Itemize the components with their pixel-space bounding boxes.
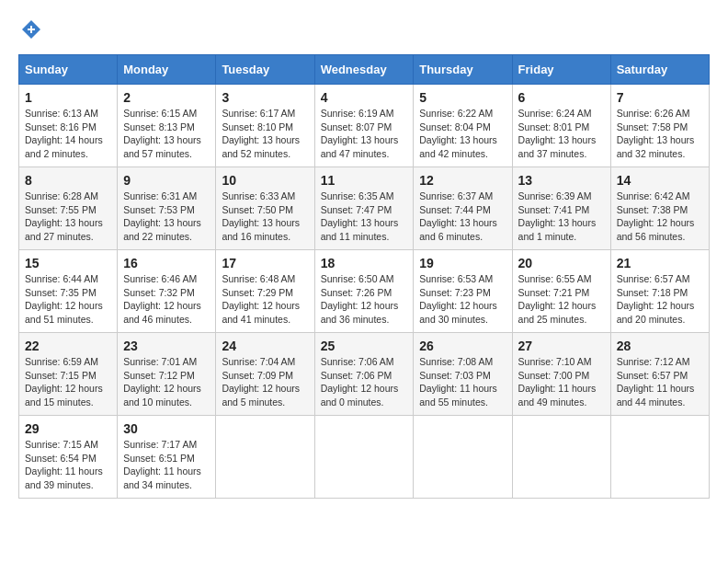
day-number: 17 [222, 256, 308, 270]
day-number: 25 [321, 339, 408, 353]
day-number: 26 [419, 339, 506, 353]
day-info: Sunrise: 6:46 AMSunset: 7:32 PMDaylight:… [123, 273, 201, 325]
day-number: 12 [419, 173, 506, 188]
day-of-week-tuesday: Tuesday [216, 55, 314, 85]
day-number: 20 [518, 256, 605, 270]
day-number: 9 [123, 173, 210, 188]
week-row-4: 22 Sunrise: 6:59 AMSunset: 7:15 PMDaylig… [19, 333, 710, 416]
calendar-cell: 24 Sunrise: 7:04 AMSunset: 7:09 PMDaylig… [216, 333, 314, 416]
day-number: 11 [321, 173, 408, 188]
day-info: Sunrise: 6:57 AMSunset: 7:18 PMDaylight:… [617, 273, 695, 325]
calendar-cell: 26 Sunrise: 7:08 AMSunset: 7:03 PMDaylig… [414, 333, 512, 416]
logo-icon [20, 18, 42, 40]
day-info: Sunrise: 7:08 AMSunset: 7:03 PMDaylight:… [419, 356, 497, 408]
day-number: 24 [222, 339, 308, 353]
day-info: Sunrise: 7:01 AMSunset: 7:12 PMDaylight:… [123, 356, 201, 408]
calendar-cell: 15 Sunrise: 6:44 AMSunset: 7:35 PMDaylig… [19, 250, 118, 333]
calendar-cell: 17 Sunrise: 6:48 AMSunset: 7:29 PMDaylig… [216, 250, 314, 333]
day-info: Sunrise: 7:17 AMSunset: 6:51 PMDaylight:… [123, 439, 201, 490]
day-info: Sunrise: 6:31 AMSunset: 7:53 PMDaylight:… [123, 190, 201, 242]
day-number: 15 [25, 256, 111, 270]
day-info: Sunrise: 6:42 AMSunset: 7:38 PMDaylight:… [617, 190, 695, 242]
day-info: Sunrise: 6:35 AMSunset: 7:47 PMDaylight:… [321, 190, 399, 242]
calendar-cell: 20 Sunrise: 6:55 AMSunset: 7:21 PMDaylig… [512, 250, 610, 333]
day-info: Sunrise: 6:26 AMSunset: 7:58 PMDaylight:… [617, 108, 695, 159]
day-info: Sunrise: 6:48 AMSunset: 7:29 PMDaylight:… [222, 273, 300, 325]
calendar-cell: 29 Sunrise: 7:15 AMSunset: 6:54 PMDaylig… [19, 416, 118, 499]
calendar-cell: 7 Sunrise: 6:26 AMSunset: 7:58 PMDayligh… [610, 85, 709, 167]
day-number: 19 [419, 256, 506, 270]
calendar-cell: 4 Sunrise: 6:19 AMSunset: 8:07 PMDayligh… [314, 85, 414, 167]
day-number: 2 [123, 90, 210, 105]
day-info: Sunrise: 6:44 AMSunset: 7:35 PMDaylight:… [25, 273, 103, 325]
day-info: Sunrise: 7:04 AMSunset: 7:09 PMDaylight:… [222, 356, 300, 408]
day-info: Sunrise: 6:24 AMSunset: 8:01 PMDaylight:… [518, 108, 597, 159]
day-number: 13 [518, 173, 605, 188]
day-info: Sunrise: 7:12 AMSunset: 6:57 PMDaylight:… [617, 356, 695, 408]
day-number: 29 [25, 421, 111, 436]
calendar-cell: 3 Sunrise: 6:17 AMSunset: 8:10 PMDayligh… [216, 85, 314, 167]
calendar: SundayMondayTuesdayWednesdayThursdayFrid… [18, 54, 710, 499]
day-number: 28 [617, 339, 703, 353]
day-number: 30 [123, 421, 210, 436]
day-info: Sunrise: 6:17 AMSunset: 8:10 PMDaylight:… [222, 108, 300, 159]
day-number: 18 [321, 256, 408, 270]
calendar-cell: 6 Sunrise: 6:24 AMSunset: 8:01 PMDayligh… [512, 85, 610, 167]
calendar-cell: 18 Sunrise: 6:50 AMSunset: 7:26 PMDaylig… [314, 250, 414, 333]
calendar-cell [216, 416, 314, 499]
calendar-cell: 16 Sunrise: 6:46 AMSunset: 7:32 PMDaylig… [118, 250, 216, 333]
calendar-cell: 11 Sunrise: 6:35 AMSunset: 7:47 PMDaylig… [314, 167, 414, 250]
day-info: Sunrise: 7:15 AMSunset: 6:54 PMDaylight:… [25, 439, 103, 490]
header [18, 18, 710, 45]
week-row-1: 1 Sunrise: 6:13 AMSunset: 8:16 PMDayligh… [19, 85, 710, 167]
day-number: 10 [222, 173, 308, 188]
calendar-cell: 10 Sunrise: 6:33 AMSunset: 7:50 PMDaylig… [216, 167, 314, 250]
calendar-cell [414, 416, 512, 499]
day-info: Sunrise: 6:50 AMSunset: 7:26 PMDaylight:… [321, 273, 399, 325]
day-info: Sunrise: 6:28 AMSunset: 7:55 PMDaylight:… [25, 190, 103, 242]
day-info: Sunrise: 6:37 AMSunset: 7:44 PMDaylight:… [419, 190, 497, 242]
day-number: 27 [518, 339, 605, 353]
calendar-cell: 25 Sunrise: 7:06 AMSunset: 7:06 PMDaylig… [314, 333, 414, 416]
calendar-cell [314, 416, 414, 499]
calendar-cell: 23 Sunrise: 7:01 AMSunset: 7:12 PMDaylig… [118, 333, 216, 416]
day-number: 5 [419, 90, 506, 105]
day-of-week-monday: Monday [118, 55, 216, 85]
calendar-cell [610, 416, 709, 499]
calendar-cell: 8 Sunrise: 6:28 AMSunset: 7:55 PMDayligh… [19, 167, 118, 250]
day-number: 8 [25, 173, 111, 188]
calendar-cell: 1 Sunrise: 6:13 AMSunset: 8:16 PMDayligh… [19, 85, 118, 167]
day-info: Sunrise: 6:59 AMSunset: 7:15 PMDaylight:… [25, 356, 103, 408]
calendar-body: 1 Sunrise: 6:13 AMSunset: 8:16 PMDayligh… [19, 85, 710, 499]
calendar-cell: 9 Sunrise: 6:31 AMSunset: 7:53 PMDayligh… [118, 167, 216, 250]
calendar-cell: 12 Sunrise: 6:37 AMSunset: 7:44 PMDaylig… [414, 167, 512, 250]
day-of-week-wednesday: Wednesday [314, 55, 414, 85]
calendar-cell: 21 Sunrise: 6:57 AMSunset: 7:18 PMDaylig… [610, 250, 709, 333]
calendar-header-row: SundayMondayTuesdayWednesdayThursdayFrid… [19, 55, 710, 85]
calendar-cell: 13 Sunrise: 6:39 AMSunset: 7:41 PMDaylig… [512, 167, 610, 250]
day-number: 4 [321, 90, 408, 105]
week-row-5: 29 Sunrise: 7:15 AMSunset: 6:54 PMDaylig… [19, 416, 710, 499]
day-number: 16 [123, 256, 210, 270]
day-info: Sunrise: 6:53 AMSunset: 7:23 PMDaylight:… [419, 273, 497, 325]
calendar-cell: 22 Sunrise: 6:59 AMSunset: 7:15 PMDaylig… [19, 333, 118, 416]
day-of-week-friday: Friday [512, 55, 610, 85]
day-info: Sunrise: 6:13 AMSunset: 8:16 PMDaylight:… [25, 108, 103, 159]
calendar-cell: 28 Sunrise: 7:12 AMSunset: 6:57 PMDaylig… [610, 333, 709, 416]
calendar-cell: 2 Sunrise: 6:15 AMSunset: 8:13 PMDayligh… [118, 85, 216, 167]
day-of-week-thursday: Thursday [414, 55, 512, 85]
week-row-3: 15 Sunrise: 6:44 AMSunset: 7:35 PMDaylig… [19, 250, 710, 333]
day-info: Sunrise: 6:19 AMSunset: 8:07 PMDaylight:… [321, 108, 399, 159]
day-number: 14 [617, 173, 703, 188]
calendar-cell: 14 Sunrise: 6:42 AMSunset: 7:38 PMDaylig… [610, 167, 709, 250]
day-number: 1 [25, 90, 111, 105]
day-info: Sunrise: 6:33 AMSunset: 7:50 PMDaylight:… [222, 190, 300, 242]
day-of-week-sunday: Sunday [19, 55, 118, 85]
calendar-cell: 5 Sunrise: 6:22 AMSunset: 8:04 PMDayligh… [414, 85, 512, 167]
calendar-cell: 19 Sunrise: 6:53 AMSunset: 7:23 PMDaylig… [414, 250, 512, 333]
calendar-cell: 30 Sunrise: 7:17 AMSunset: 6:51 PMDaylig… [118, 416, 216, 499]
week-row-2: 8 Sunrise: 6:28 AMSunset: 7:55 PMDayligh… [19, 167, 710, 250]
day-number: 7 [617, 90, 703, 105]
day-number: 6 [518, 90, 605, 105]
day-of-week-saturday: Saturday [610, 55, 709, 85]
